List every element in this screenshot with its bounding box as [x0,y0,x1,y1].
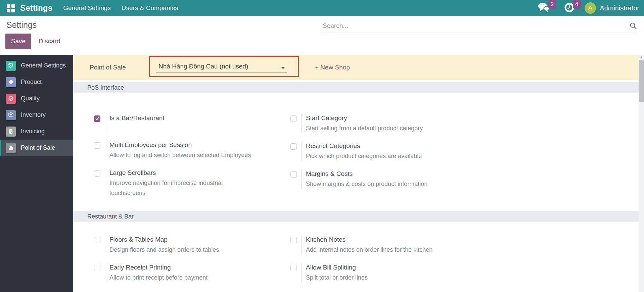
setting-large-scrollbars: Large Scrollbars Improve navigation for … [94,169,290,198]
scroll-up-button[interactable]: ▲ [639,55,644,60]
settings-column-right: Start Category Start selling from a defa… [290,114,487,207]
checkbox-floors-tables-map[interactable] [94,237,100,243]
app-title: Settings [20,3,52,13]
shop-row-label: Point of Sale [90,64,126,71]
chat-bubbles-icon [538,2,549,12]
setting-desc: Design floors and assign orders to table… [109,245,219,255]
setting-desc: Improve navigation for imprecise industr… [109,178,257,198]
chevron-down-icon [281,67,285,69]
setting-is-a-bar-restaurant: Is a Bar/Restaurant [94,114,290,132]
setting-restrict-categories: Restrict Categories Pick which product c… [290,142,487,161]
setting-label[interactable]: Kitchen Notes [306,236,432,244]
new-shop-button[interactable]: + New Shop [315,64,350,71]
setting-label[interactable]: Early Receipt Printing [109,263,208,272]
control-panel: Settings Save Discard [0,16,644,55]
checkbox-is-a-bar-restaurant[interactable] [94,115,100,122]
sidebar-item-label: Point of Sale [21,144,55,151]
cash-register-icon [6,143,16,153]
nav-right: 2 4 A Administrator [538,2,644,14]
setting-desc: Split total or order lines [306,273,368,283]
checkbox-kitchen-notes[interactable] [290,237,297,243]
section-header-restaurant-bar: Restaurant & Bar [73,211,639,222]
sidebar-item-label: Inventory [21,111,46,118]
section-restaurant-bar: Floors & Tables Map Design floors and as… [73,222,639,292]
checkbox-multi-employees[interactable] [94,142,100,149]
setting-desc: Add internal notes on order lines for th… [306,245,432,255]
section-title: Restaurant & Bar [87,213,134,220]
discard-button[interactable]: Discard [36,34,63,49]
sidebar-item-label: General Settings [21,62,66,69]
avatar[interactable]: A [585,2,596,14]
settings-sidebar: ⚙ General Settings Product Quality Inven [0,55,73,292]
setting-label[interactable]: Multi Employees per Session [109,141,251,149]
search-bar [321,21,637,33]
checkbox-start-category[interactable] [290,115,297,122]
nav-menu-users-companies[interactable]: Users & Companies [122,4,178,12]
page-title: Settings [6,20,37,30]
search-icon[interactable] [629,22,637,30]
checkbox-allow-bill-splitting[interactable] [290,265,297,271]
settings-column-left: Is a Bar/Restaurant Multi Employees per … [94,114,290,207]
section-pos-interface: Is a Bar/Restaurant Multi Employees per … [73,93,639,211]
activities-badge: 4 [573,0,581,9]
setting-start-category: Start Category Start selling from a defa… [290,114,487,133]
section-header-pos-interface: PoS Interface [73,82,639,93]
gear-icon: ⚙ [6,61,16,71]
setting-desc: Start selling from a default product cat… [306,123,423,133]
setting-desc: Pick which product categories are availa… [306,151,422,161]
sidebar-item-label: Product [21,79,42,86]
settings-column-right: Kitchen Notes Add internal notes on orde… [290,236,487,292]
tag-icon [6,77,16,87]
sidebar-item-general-settings[interactable]: ⚙ General Settings [0,57,73,74]
sidebar-item-product[interactable]: Product [0,74,73,90]
setting-label[interactable]: Floors & Tables Map [109,236,219,244]
setting-label[interactable]: Start Category [306,114,423,122]
user-menu[interactable]: Administrator [600,4,639,12]
scrollbar[interactable]: ▲ [639,55,644,292]
cube-icon [6,110,16,120]
setting-multi-employees: Multi Employees per Session Allow to log… [94,141,290,160]
setting-label[interactable]: Restrict Categories [306,142,422,150]
messages-button[interactable]: 2 [538,2,549,14]
setting-label[interactable]: Margins & Costs [306,170,427,178]
setting-desc: Show margins & costs on product informat… [306,179,427,189]
save-button[interactable]: Save [5,34,31,49]
sidebar-item-invoicing[interactable]: Invoicing [0,123,73,140]
checkbox-large-scrollbars[interactable] [94,170,100,177]
setting-label[interactable]: Large Scrollbars [109,169,257,177]
nav-menu-general-settings[interactable]: General Settings [63,4,111,12]
apps-grid-icon[interactable] [7,4,15,12]
sidebar-item-point-of-sale[interactable]: Point of Sale [0,140,73,156]
checkbox-margins-costs[interactable] [290,171,297,178]
setting-early-receipt-printing: Early Receipt Printing Allow to print re… [94,263,290,283]
setting-floors-tables-map: Floors & Tables Map Design floors and as… [94,236,290,255]
shop-selector[interactable]: Nhà Hàng Đồng Cau (not used) [156,63,287,72]
quality-badge-icon [6,94,16,104]
checkbox-restrict-categories[interactable] [290,143,297,150]
invoice-icon [6,127,16,137]
avatar-initial: A [589,5,592,11]
settings-column-left: Floors & Tables Map Design floors and as… [94,236,290,292]
messages-badge: 2 [548,0,556,9]
activities-button[interactable]: 4 [564,2,574,14]
sidebar-item-quality[interactable]: Quality [0,90,73,107]
shop-selector-row: Point of Sale Nhà Hàng Đồng Cau (not use… [73,55,639,80]
setting-kitchen-notes: Kitchen Notes Add internal notes on orde… [290,236,487,255]
top-nav: Settings General Settings Users & Compan… [0,0,644,16]
sidebar-item-label: Quality [21,95,40,102]
scrollbar-thumb[interactable] [639,60,644,102]
settings-content: Point of Sale Nhà Hàng Đồng Cau (not use… [73,55,639,292]
shop-selector-value: Nhà Hàng Đồng Cau (not used) [158,63,248,70]
section-title: PoS Interface [87,84,124,91]
setting-desc: Allow to print receipt before payment [109,273,208,283]
search-input[interactable] [323,22,611,30]
sidebar-item-label: Invoicing [21,128,45,135]
setting-margins-costs: Margins & Costs Show margins & costs on … [290,170,487,189]
setting-desc: Allow to log and switch between selected… [109,150,251,160]
setting-label[interactable]: Allow Bill Splitting [306,263,368,272]
sidebar-item-inventory[interactable]: Inventory [0,107,73,123]
setting-label[interactable]: Is a Bar/Restaurant [109,114,165,122]
setting-allow-bill-splitting: Allow Bill Splitting Split total or orde… [290,263,487,283]
checkbox-early-receipt-printing[interactable] [94,265,100,271]
